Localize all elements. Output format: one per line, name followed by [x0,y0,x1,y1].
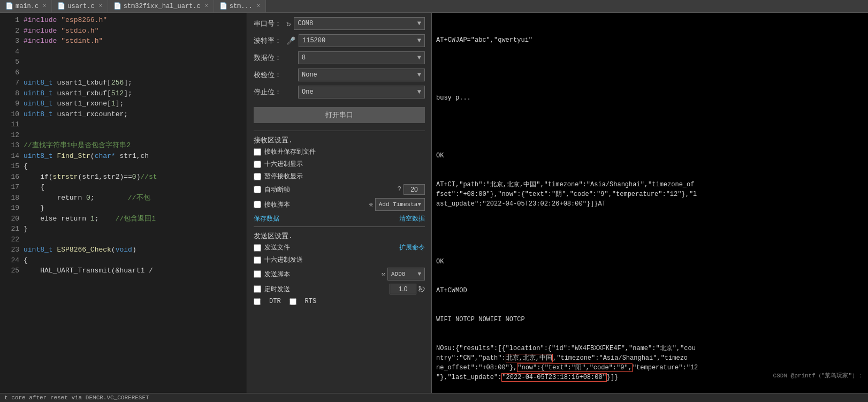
file-icon: 📄 [57,2,65,10]
autoframe-controls: ? 20 [398,184,425,195]
timed-send-label: 定时发送 [264,285,290,294]
recv-save-checkbox[interactable] [254,148,261,156]
tab-bar: 📄 main.c × 📄 usart.c × 📄 stm32f1xx_hal_u… [0,0,868,13]
code-line-18: 18 return 0; //不包 [0,193,247,203]
recv-script-controls: ⚒ Add Timesta ▼ [369,198,425,211]
recv-script-select[interactable]: Add Timesta ▼ [375,198,425,211]
recv-save-label: 接收并保存到文件 [264,147,316,156]
recv-hex-checkbox[interactable] [254,161,261,168]
code-line-13: 13 //查找字符串1中是否包含字符串2 [0,140,247,151]
tab-close-main[interactable]: × [43,3,46,9]
terminal-line-blank-2 [436,122,864,132]
tab-close-stm32[interactable]: × [205,3,208,9]
tab-close-usart[interactable]: × [99,3,102,9]
code-line-24: 24 { [0,255,247,266]
chevron-down-icon: ▼ [417,201,421,208]
divider-2 [254,226,425,227]
terminal-output: AT+CWJAP="abc","qwertyui" busy p... OK A… [432,13,868,393]
code-line-25: 25 HAL_UART_Transmit(&huart1 / [0,266,247,276]
code-line-23: 23 uint8_t ESP8266_Check(void) [0,245,247,255]
recv-autoframe-checkbox[interactable] [254,186,261,193]
terminal-line-blank-1 [436,64,864,74]
send-script-checkbox[interactable] [254,270,261,278]
databits-select[interactable]: 8 ▼ [298,51,425,64]
baud-label: 波特率： [254,36,283,45]
terminal-line-atci: AT+CI,"path":"北京,北京,中国","timezone":"Asia… [436,180,864,209]
code-line-1: 1 #include "esp8266.h" [0,15,247,26]
file-icon: 📄 [5,2,13,10]
send-hex-checkbox[interactable] [254,256,261,264]
code-line-12: 12 [0,130,247,141]
open-serial-button[interactable]: 打开串口 [254,107,425,123]
send-script-select[interactable]: ADD8 ▼ [387,268,425,280]
timed-unit-label: 秒 [418,285,425,294]
send-file-checkbox[interactable] [254,244,261,252]
tab-usart-c[interactable]: 📄 usart.c × [52,0,108,12]
bottom-status-text: t core after reset via DEMCR.VC_CORERESE… [4,395,149,401]
send-script-row: 发送脚本 ⚒ ADD8 ▼ [254,268,425,280]
code-line-9: 9 uint8_t usart1_rxone[1]; [0,98,247,109]
code-line-2: 2 #include "stdio.h" [0,26,247,36]
timed-send-row: 定时发送 1.0 秒 [254,284,425,294]
timed-send-controls: 1.0 秒 [390,284,425,294]
recv-script-checkbox[interactable] [254,201,261,208]
recv-script-label: 接收脚本 [264,200,290,209]
chevron-down-icon: ▼ [417,71,421,79]
code-line-19: 19 } [0,203,247,214]
dtr-checkbox[interactable] [254,298,261,305]
terminal-line-cwmod: AT+CWMOD [436,286,864,295]
dtr-label: DTR [269,298,281,305]
chevron-down-icon: ▼ [417,20,421,27]
tab-close-extra[interactable]: × [257,3,260,9]
csdn-watermark: CSDN @printf（"菜鸟玩家"）： [773,371,864,381]
rts-label: RTS [305,298,317,305]
recv-pause-label: 暂停接收显示 [264,172,303,181]
terminal-line-blank-3 [436,228,864,238]
terminal-line-wifi1: WIFI NOTCP NOWIFI NOTCP [436,315,864,324]
bottom-status-bar: t core after reset via DEMCR.VC_CORERESE… [0,393,868,402]
code-line-11: 11 [0,119,247,130]
port-select[interactable]: COM8 ▼ [294,17,425,30]
send-settings-title: 发送区设置. [254,231,425,241]
rts-checkbox[interactable] [290,298,296,305]
tab-stm32-hal[interactable]: 📄 stm32f1xx_hal_uart.c × [108,0,214,12]
terminal-line-busy: busy p... [436,93,864,103]
tab-stm-extra[interactable]: 📄 stm... × [214,0,266,12]
clear-data-button[interactable]: 清空数据 [399,214,425,223]
databits-row: 数据位： 8 ▼ [254,51,425,64]
chevron-down-icon: ▼ [417,271,421,277]
code-line-22: 22 [0,234,247,245]
port-row: 串口号： ↻ COM8 ▼ [254,17,425,30]
send-hex-label: 十六进制发送 [264,255,303,264]
send-script-controls: ⚒ ADD8 ▼ [382,268,425,280]
code-line-10: 10 uint8_t usart1_rxcounter; [0,109,247,120]
save-data-button[interactable]: 保存数据 [254,214,279,223]
recv-pause-row: 暂停接收显示 [254,172,425,181]
timed-send-checkbox[interactable] [254,285,261,293]
terminal-line-1: AT+CWJAP="abc","qwertyui" [436,35,864,45]
main-content: 1 #include "esp8266.h" 2 #include "stdio… [0,13,868,393]
refresh-icon[interactable]: ↻ [286,19,291,28]
parity-select[interactable]: None ▼ [298,69,425,81]
stopbits-row: 停止位： One ▼ [254,86,425,98]
baud-select[interactable]: 115200 ▼ [299,34,425,47]
recv-hex-label: 十六进制显示 [264,160,303,169]
stopbits-select[interactable]: One ▼ [298,86,425,98]
baud-icon: 🎤 [286,36,295,45]
divider-1 [254,131,425,131]
recv-script-row: 接收脚本 ⚒ Add Timesta ▼ [254,198,425,211]
autoframe-value-input[interactable]: 20 [403,184,425,195]
code-line-6: 6 [0,67,247,78]
tab-main-c[interactable]: 📄 main.c × [0,0,52,12]
code-line-7: 7 uint8_t usart1_txbuf[256]; [0,78,247,88]
serial-settings-panel: 串口号： ↻ COM8 ▼ 波特率： 🎤 115200 ▼ 数据位： 8 ▼ [247,13,432,393]
recv-autoframe-row: 自动断帧 ? 20 [254,184,425,195]
receive-settings-title: 接收区设置. [254,135,425,145]
expand-command-button[interactable]: 扩展命令 [399,243,425,252]
stopbits-label: 停止位： [254,87,283,97]
timed-value-input[interactable]: 1.0 [390,284,416,294]
code-line-16: 16 if(strstr(str1,str2)==0)//st [0,172,247,183]
code-line-3: 3 #include "stdint.h" [0,36,247,47]
recv-pause-checkbox[interactable] [254,173,261,180]
code-line-5: 5 [0,57,247,67]
